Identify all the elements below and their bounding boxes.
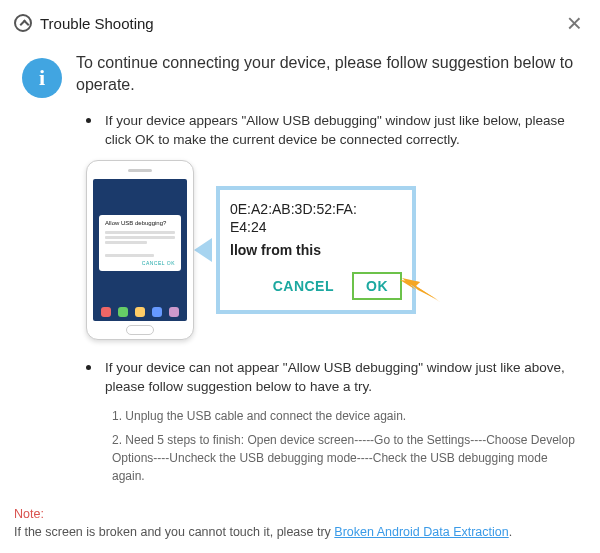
- note-text-before: If the screen is broken and you cannot t…: [14, 525, 334, 539]
- phone-line: [105, 254, 154, 257]
- phone-line: [105, 231, 175, 234]
- step-1: 1. Unplug the USB cable and connect the …: [112, 407, 578, 425]
- window-title: Trouble Shooting: [40, 15, 154, 32]
- phone-dock: [97, 307, 183, 317]
- bullet-dot: [86, 365, 91, 370]
- note-label: Note:: [14, 506, 586, 524]
- phone-mockup: Allow USB debugging? CANCEL OK: [86, 160, 194, 340]
- popup-sub: llow from this: [230, 242, 402, 258]
- close-button[interactable]: ×: [563, 10, 586, 36]
- main: To continue connecting your device, plea…: [76, 52, 578, 491]
- ok-button[interactable]: OK: [352, 272, 402, 300]
- info-glyph: i: [39, 65, 45, 91]
- bullet-2: If your device can not appear "Allow USB…: [76, 358, 578, 397]
- phone-speaker: [128, 169, 152, 172]
- popup-buttons: CANCEL OK: [230, 272, 402, 300]
- phone-popup-title: Allow USB debugging?: [105, 220, 175, 228]
- refresh-icon: [14, 14, 32, 32]
- callout-pointer: [194, 238, 212, 262]
- bullet-1: If your device appears "Allow USB debugg…: [76, 111, 578, 150]
- bullet-dot: [86, 118, 91, 123]
- broken-android-link[interactable]: Broken Android Data Extraction: [334, 525, 508, 539]
- arrow-icon: [400, 272, 440, 302]
- step-2: 2. Need 5 steps to finish: Open device s…: [112, 431, 578, 485]
- popup-zoom: 0E:A2:AB:3D:52:FA: E4:24 llow from this …: [216, 186, 416, 314]
- note: Note: If the screen is broken and you ca…: [14, 506, 586, 541]
- phone-home-button: [126, 325, 154, 335]
- illustration: Allow USB debugging? CANCEL OK: [76, 160, 578, 340]
- phone-popup-btns: CANCEL OK: [105, 260, 175, 267]
- steps-list: 1. Unplug the USB cable and connect the …: [112, 407, 578, 485]
- mac-line2: E4:24: [230, 219, 267, 235]
- bullet-1-text: If your device appears "Allow USB debugg…: [105, 111, 578, 150]
- info-icon: i: [22, 58, 62, 98]
- mac-line1: 0E:A2:AB:3D:52:FA:: [230, 201, 357, 217]
- content: i To continue connecting your device, pl…: [0, 44, 600, 491]
- popup-mac: 0E:A2:AB:3D:52:FA: E4:24: [230, 200, 402, 236]
- cancel-button[interactable]: CANCEL: [273, 278, 334, 294]
- heading: To continue connecting your device, plea…: [76, 52, 578, 97]
- bullet-2-text: If your device can not appear "Allow USB…: [105, 358, 578, 397]
- phone-screen: Allow USB debugging? CANCEL OK: [93, 179, 187, 321]
- phone-popup: Allow USB debugging? CANCEL OK: [99, 215, 181, 271]
- note-text-after: .: [509, 525, 512, 539]
- titlebar: Trouble Shooting ×: [0, 0, 600, 44]
- title-left: Trouble Shooting: [14, 14, 154, 32]
- phone-line: [105, 236, 175, 239]
- phone-line: [105, 241, 147, 244]
